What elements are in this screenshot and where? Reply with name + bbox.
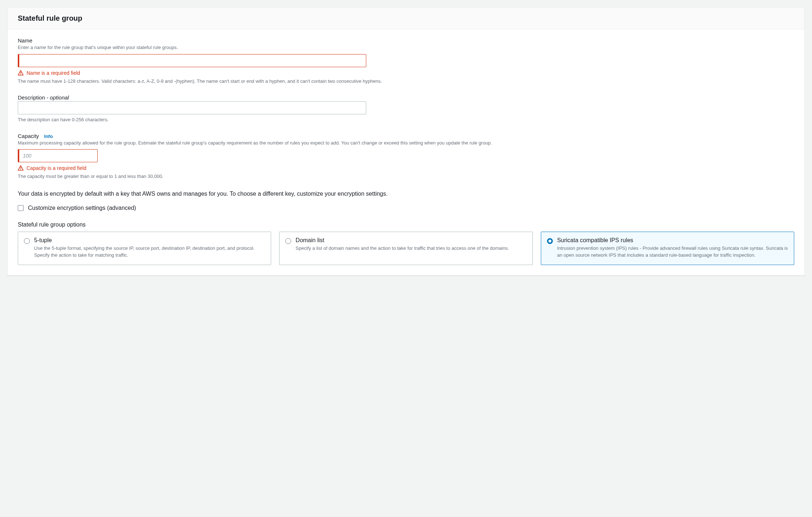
capacity-info-link[interactable]: Info (44, 134, 53, 139)
option-title: 5-tuple (34, 237, 265, 244)
stateful-rule-group-panel: Stateful rule group Name Enter a name fo… (7, 7, 805, 276)
encryption-checkbox[interactable] (18, 205, 24, 211)
description-field: Description - optional The description c… (18, 94, 794, 123)
warning-icon (18, 165, 24, 171)
panel-body: Name Enter a name for the rule group tha… (8, 29, 804, 275)
option-title: Domain list (295, 237, 509, 244)
description-constraint: The description can have 0-256 character… (18, 117, 794, 123)
radio-suricata[interactable] (547, 238, 553, 244)
warning-icon (18, 70, 24, 76)
capacity-hint: Maximum processing capacity allowed for … (18, 140, 794, 147)
svg-point-3 (20, 169, 21, 170)
option-suricata[interactable]: Suricata compatible IPS rules Intrusion … (541, 232, 794, 265)
capacity-label: Capacity (18, 133, 39, 139)
name-constraint: The name must have 1-128 characters. Val… (18, 78, 794, 85)
name-input[interactable] (18, 54, 366, 67)
capacity-field: Capacity Info Maximum processing capacit… (18, 133, 794, 180)
name-error: Name is a required field (18, 70, 794, 76)
radio-domain-list[interactable] (285, 238, 291, 244)
option-desc: Use the 5-tuple format, specifying the s… (34, 245, 265, 259)
option-5-tuple[interactable]: 5-tuple Use the 5-tuple format, specifyi… (18, 232, 271, 265)
name-hint: Enter a name for the rule group that's u… (18, 44, 794, 51)
option-desc: Specify a list of domain names and the a… (295, 245, 509, 252)
description-input[interactable] (18, 101, 366, 114)
encryption-checkbox-row[interactable]: Customize encryption settings (advanced) (18, 205, 794, 211)
panel-title: Stateful rule group (18, 14, 794, 23)
option-title: Suricata compatible IPS rules (557, 237, 788, 244)
capacity-error-text: Capacity is a required field (26, 165, 86, 171)
encryption-checkbox-label: Customize encryption settings (advanced) (28, 205, 136, 211)
svg-point-1 (20, 74, 21, 75)
option-desc: Intrusion prevention system (IPS) rules … (557, 245, 788, 259)
option-domain-list[interactable]: Domain list Specify a list of domain nam… (279, 232, 533, 265)
capacity-input[interactable] (18, 149, 98, 162)
capacity-constraint: The capacity must be greater than or equ… (18, 173, 794, 180)
name-field: Name Enter a name for the rule group tha… (18, 37, 794, 85)
options-label: Stateful rule group options (18, 221, 794, 228)
capacity-label-row: Capacity Info (18, 133, 794, 139)
encryption-description: Your data is encrypted by default with a… (18, 190, 794, 198)
panel-header: Stateful rule group (8, 8, 804, 29)
radio-5-tuple[interactable] (24, 238, 30, 244)
option-cards: 5-tuple Use the 5-tuple format, specifyi… (18, 232, 794, 265)
name-label: Name (18, 37, 794, 44)
capacity-error: Capacity is a required field (18, 165, 794, 171)
name-error-text: Name is a required field (26, 70, 80, 76)
description-label: Description - optional (18, 94, 794, 101)
